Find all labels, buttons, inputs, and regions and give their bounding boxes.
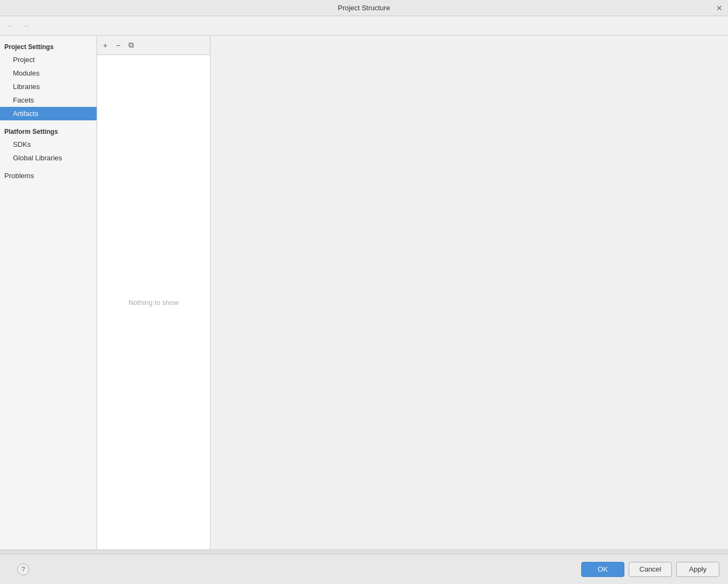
close-button[interactable]: ✕ <box>715 4 724 12</box>
sidebar-item-facets[interactable]: Facets <box>0 93 97 107</box>
list-toolbar: + − ⧉ <box>97 36 210 55</box>
nav-bar: ← → <box>0 16 728 36</box>
help-button[interactable]: ? <box>17 563 29 575</box>
project-settings-header: Project Settings <box>0 40 97 53</box>
content-area: Project Settings Project Modules Librari… <box>0 36 728 549</box>
list-panel: + − ⧉ Nothing to show <box>97 36 210 549</box>
sidebar-item-global-libraries[interactable]: Global Libraries <box>0 151 97 165</box>
cancel-button[interactable]: Cancel <box>629 562 672 577</box>
sidebar-item-libraries[interactable]: Libraries <box>0 80 97 93</box>
sidebar-divider-2 <box>0 165 97 169</box>
remove-artifact-button[interactable]: − <box>112 39 124 51</box>
main-panel: + − ⧉ Nothing to show <box>97 36 728 549</box>
bottom-buttons: OK Cancel Apply <box>581 562 719 577</box>
sidebar-item-artifacts[interactable]: Artifacts <box>0 107 97 120</box>
platform-settings-header: Platform Settings <box>0 125 97 138</box>
list-content: Nothing to show <box>97 55 210 549</box>
ok-button[interactable]: OK <box>581 562 624 577</box>
empty-list-message: Nothing to show <box>128 298 179 307</box>
add-artifact-button[interactable]: + <box>99 39 111 51</box>
scrollbar-area <box>0 549 728 554</box>
sidebar-item-problems[interactable]: Problems <box>0 169 97 182</box>
apply-button[interactable]: Apply <box>676 562 719 577</box>
title-bar: Project Structure ✕ <box>0 0 728 16</box>
sidebar-item-modules[interactable]: Modules <box>0 66 97 80</box>
copy-artifact-button[interactable]: ⧉ <box>125 39 137 51</box>
detail-panel <box>210 36 728 549</box>
back-button[interactable]: ← <box>4 19 17 32</box>
forward-button[interactable]: → <box>19 19 32 32</box>
sidebar-divider <box>0 120 97 125</box>
bottom-bar: ? OK Cancel Apply <box>0 554 728 584</box>
sidebar-item-sdks[interactable]: SDKs <box>0 138 97 151</box>
bottom-bar-inner: ? OK Cancel Apply <box>9 562 719 577</box>
sidebar: Project Settings Project Modules Librari… <box>0 36 97 549</box>
sidebar-item-project[interactable]: Project <box>0 53 97 66</box>
dialog-title: Project Structure <box>338 4 390 12</box>
dialog-body: ← → Project Settings Project Modules Lib… <box>0 16 728 554</box>
